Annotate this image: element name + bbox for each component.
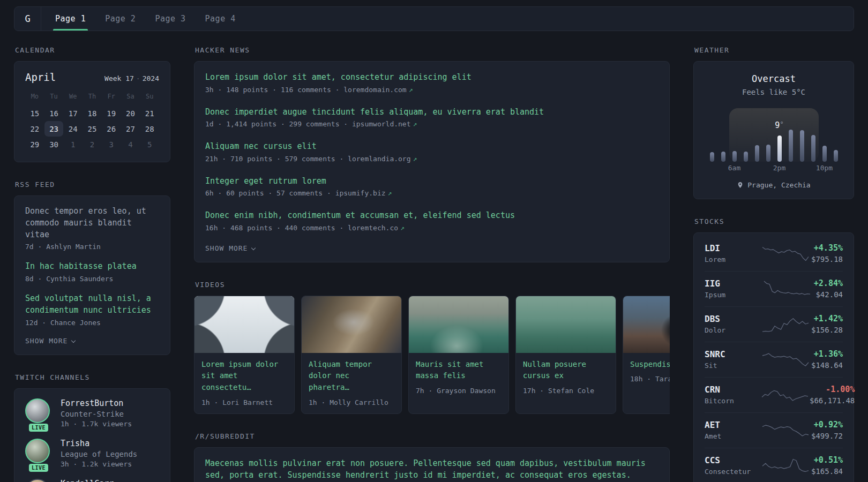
calendar-day: 16 [44,106,64,121]
video-title[interactable]: Mauris sit amet massa felis [416,359,502,382]
video-title[interactable]: Lorem ipsum dolor sit amet consectetu… [201,359,287,394]
external-link-icon[interactable]: ↗ [388,189,392,197]
hackernews-item-title[interactable]: Aliquam nec cursus elit [205,140,659,153]
calendar-week-year: Week 17·2024 [104,74,159,82]
post-domain-link[interactable]: loremlandia.org [348,155,410,163]
tab-page-2[interactable]: Page 2 [95,7,145,31]
calendar-day: 1 [63,137,83,152]
stock-row[interactable]: CCSConsectetur+0.51%$165.84 [705,448,843,482]
stock-row[interactable]: SNRCSit+1.36%$148.64 [705,342,843,377]
post-domain-link[interactable]: loremdomain.com [343,86,406,94]
stock-row[interactable]: AETAmet+0.92%$499.72 [705,412,843,448]
stock-row[interactable]: LDILorem+4.35%$795.18 [705,236,843,271]
subreddit-posts-list: Maecenas mollis pulvinar erat non posuer… [205,457,659,482]
temperature-bar [766,145,770,162]
calendar-day-selected: 23 [44,121,64,137]
stock-change: +0.92% [811,420,843,430]
hackernews-item-title[interactable]: Donec imperdiet augue tincidunt felis al… [205,106,659,118]
twitch-avatar-wrap [25,479,52,482]
stock-row[interactable]: CRNBitcorn-1.00%$66,171.48 [705,377,843,412]
tab-page-3[interactable]: Page 3 [145,7,195,31]
twitch-widget: LIVEForrestBurtonCounter-Strike1h · 1.7k… [14,388,170,482]
video-card[interactable]: Aliquam tempor dolor nec pharetra…1h · M… [301,296,402,414]
external-link-icon[interactable]: ↗ [400,224,405,232]
hour-label: 10pm [816,164,833,172]
stock-symbol: LDI [705,243,760,253]
weather-hour-labels: 6am2pm10pm [710,164,838,174]
external-link-icon[interactable]: ↗ [413,120,417,128]
twitch-channel-row[interactable]: LIVEForrestBurtonCounter-Strike1h · 1.7k… [25,398,159,428]
hackernews-item-title[interactable]: Donec enim nibh, condimentum et accumsan… [205,209,659,222]
page-tabs: Page 1Page 2Page 3Page 4 [41,7,245,31]
weekday-label: Tu [44,93,64,100]
video-card[interactable]: Lorem ipsum dolor sit amet consectetu…1h… [194,296,295,414]
post-meta: 6h · 60 points · 57 comments · ipsumify.… [205,189,659,197]
rss-item: Donec tempor eros leo, ut commodo mauris… [25,206,159,251]
twitch-channel-row[interactable]: KendallCarr [25,479,159,482]
hour-label: 2pm [773,164,785,172]
show-more-label: SHOW MORE [205,244,248,252]
tab-page-4[interactable]: Page 4 [196,7,245,31]
stock-symbol-block: DBSDolor [705,314,760,334]
stock-row[interactable]: IIGIpsum+2.84%$42.04 [705,271,843,306]
tab-page-1[interactable]: Page 1 [46,7,95,31]
video-title[interactable]: Nullam posuere cursus ex [523,359,609,382]
hackernews-item-title[interactable]: Lorem ipsum dolor sit amet, consectetur … [205,71,659,84]
twitch-channel-meta: 1h · 1.7k viewers [61,420,132,428]
twitch-channel-name[interactable]: ForrestBurton [61,398,132,408]
stock-price: $66,171.48 [810,396,855,405]
stock-change: +1.42% [811,314,843,323]
hackernews-item: Lorem ipsum dolor sit amet, consectetur … [205,71,659,94]
hackernews-item: Donec enim nibh, condimentum et accumsan… [205,209,659,232]
stock-symbol-block: AETAmet [705,420,760,440]
post-domain-link[interactable]: ipsumworld.net [352,120,411,128]
app-logo[interactable]: G [14,7,41,31]
stock-price-block: -1.00%$66,171.48 [810,385,855,405]
video-thumbnail [623,296,670,353]
rss-item-title[interactable]: In hac habitasse platea [25,261,159,273]
external-link-icon[interactable]: ↗ [413,155,417,163]
stock-row[interactable]: DBSDolor+1.42%$156.28 [705,306,843,342]
calendar-day: 2 [83,137,102,152]
calendar-weekday-row: MoTuWeThFrSaSu [25,93,159,100]
avatar [25,479,50,482]
stock-price-block: +4.35%$795.18 [811,243,843,263]
external-link-icon[interactable]: ↗ [409,86,413,94]
hackernews-item-title[interactable]: Integer eget rutrum lorem [205,175,659,187]
video-title[interactable]: Aliquam tempor dolor nec pharetra… [309,359,394,394]
rss-show-more-button[interactable]: SHOW MORE [25,337,159,345]
stock-symbol: IIG [705,278,760,289]
video-card[interactable]: Mauris sit amet massa felis7h · Grayson … [408,296,509,414]
sparkline-chart [762,278,812,299]
stock-symbol: AET [705,420,760,430]
calendar-week-label: Week 17 [104,74,134,82]
twitch-channel-name[interactable]: KendallCarr [61,479,114,482]
rss-item-title[interactable]: Donec tempor eros leo, ut commodo mauris… [25,206,159,240]
subreddit-post-title[interactable]: Maecenas mollis pulvinar erat non posuer… [205,457,659,481]
stock-price: $42.04 [814,290,843,299]
stock-name: Bitcorn [705,397,760,405]
rss-item-title[interactable]: Sed volutpat nulla nisl, a condimentum n… [25,293,159,317]
post-meta-text: 1d · 1,414 points · 299 comments · [205,120,352,128]
weekday-label: Sa [121,93,140,100]
calendar-day: 21 [140,106,159,121]
dashboard-page: G Page 1Page 2Page 3Page 4 CALENDAR Apri… [0,0,868,482]
calendar-section-title: CALENDAR [15,46,170,54]
video-card[interactable]: Suspendisse diam18h · Tara [623,296,670,414]
video-title[interactable]: Suspendisse diam [630,359,670,371]
subreddit-post: Maecenas mollis pulvinar erat non posuer… [205,457,659,482]
temperature-bar [834,150,838,162]
twitch-channel-name[interactable]: Trisha [61,439,137,448]
twitch-channel-row[interactable]: LIVETrishaLeague of Legends3h · 1.2k vie… [25,439,159,468]
weather-section-title: WEATHER [694,46,854,54]
post-domain-link[interactable]: loremtech.co [348,224,398,232]
twitch-channel-info: ForrestBurtonCounter-Strike1h · 1.7k vie… [61,398,132,428]
video-card[interactable]: Nullam posuere cursus ex17h · Stefan Col… [515,296,616,414]
avatar [25,398,50,423]
twitch-channel-info: TrishaLeague of Legends3h · 1.2k viewers [61,439,137,468]
post-domain-link[interactable]: ipsumify.biz [335,189,386,197]
weekday-label: Th [83,93,102,100]
show-more-label: SHOW MORE [25,337,68,345]
hackernews-show-more-button[interactable]: SHOW MORE [205,244,659,252]
stock-price: $165.84 [811,467,843,476]
